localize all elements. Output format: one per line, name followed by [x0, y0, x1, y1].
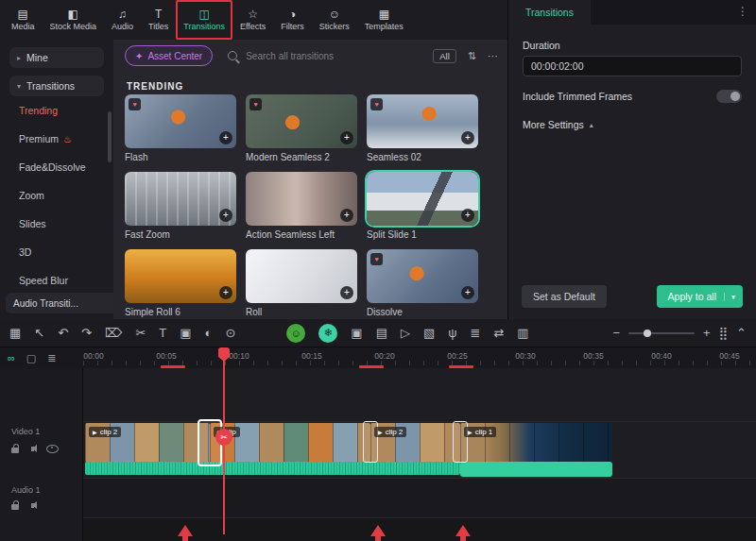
- audio-waveform[interactable]: [85, 462, 460, 475]
- transition-thumbnail-selected[interactable]: +: [367, 172, 478, 226]
- nav-item-stickers[interactable]: ☺ Stickers: [312, 0, 357, 40]
- transition-card-seamless-02[interactable]: ♥ + Seamless 02: [367, 94, 478, 162]
- sidebar-scrollbar[interactable]: [108, 111, 112, 162]
- layout-grid-icon[interactable]: ▦: [9, 319, 21, 347]
- add-transition-button[interactable]: +: [461, 286, 474, 299]
- redo-icon[interactable]: ↷: [81, 319, 92, 347]
- transition-card-fast-zoom[interactable]: + Fast Zoom: [125, 172, 236, 240]
- playhead-handle[interactable]: [218, 347, 230, 357]
- more-settings-button[interactable]: More Settings ▴: [523, 119, 593, 130]
- transition-thumbnail[interactable]: ♥ +: [367, 249, 478, 303]
- split-icon[interactable]: ✂: [135, 319, 146, 347]
- mask-icon[interactable]: ◐: [205, 319, 213, 347]
- transition-card-action-seamless-left[interactable]: + Action Seamless Left: [246, 172, 357, 240]
- visibility-icon[interactable]: [46, 445, 59, 453]
- select-cursor-icon[interactable]: ↖: [34, 319, 44, 347]
- sort-icon[interactable]: ⇅: [468, 50, 476, 62]
- mute-icon[interactable]: [31, 447, 34, 451]
- nav-item-titles[interactable]: T Titles: [141, 0, 176, 40]
- snapshot-icon[interactable]: ▣: [351, 319, 362, 347]
- add-transition-button[interactable]: +: [219, 209, 232, 222]
- nav-item-media[interactable]: ▤ Media: [4, 0, 43, 40]
- nav-item-transitions[interactable]: ◫ Transitions: [176, 0, 232, 40]
- box-select-icon[interactable]: ▢: [26, 352, 36, 364]
- add-transition-button[interactable]: +: [340, 209, 353, 222]
- nav-item-stock-media[interactable]: ◧ Stock Media: [43, 0, 105, 40]
- tab-transitions[interactable]: Transitions: [508, 0, 591, 25]
- panel-menu-icon[interactable]: ⋮: [737, 5, 748, 18]
- add-transition-button[interactable]: +: [340, 286, 353, 299]
- transition-thumbnail[interactable]: +: [125, 249, 236, 303]
- lock-icon[interactable]: [11, 504, 19, 510]
- picture-icon[interactable]: ▤: [376, 319, 387, 347]
- slider-knob[interactable]: [644, 330, 651, 337]
- add-transition-button[interactable]: +: [219, 131, 232, 144]
- nav-item-effects[interactable]: ☆ Effects: [232, 0, 273, 40]
- sidebar-item-premium[interactable]: Premium ♨: [0, 125, 113, 153]
- record-icon[interactable]: ⊙: [225, 319, 235, 347]
- link-icon[interactable]: ∞: [8, 352, 15, 363]
- sidebar-item-fade-dissolve[interactable]: Fade&Dissolve: [0, 153, 113, 181]
- collapse-timeline-icon[interactable]: ⌃: [736, 319, 747, 347]
- track-list-icon[interactable]: ≣: [47, 352, 56, 364]
- zoom-out-icon[interactable]: −: [612, 319, 620, 347]
- apply-to-all-button[interactable]: Apply to all ▾: [657, 285, 743, 308]
- include-trimmed-toggle[interactable]: [716, 90, 742, 103]
- asset-center-button[interactable]: ✦ Asset Center: [125, 45, 213, 66]
- transition-thumbnail[interactable]: +: [246, 172, 357, 226]
- sidebar-item-trending[interactable]: Trending: [0, 96, 113, 125]
- set-as-default-button[interactable]: Set as Default: [522, 285, 607, 308]
- add-transition-button[interactable]: +: [219, 286, 232, 299]
- transition-card-modern-seamless-2[interactable]: ♥ + Modern Seamless 2: [246, 94, 357, 162]
- transition-thumbnail[interactable]: ♥ +: [367, 94, 478, 148]
- nav-item-audio[interactable]: ♫ Audio: [104, 0, 141, 40]
- freeze-frame-button[interactable]: ❄: [318, 324, 337, 343]
- search-input[interactable]: [244, 50, 389, 62]
- sidebar-item-zoom[interactable]: Zoom: [0, 181, 113, 210]
- swap-icon[interactable]: ⇄: [493, 319, 504, 347]
- mixer-icon[interactable]: ≣: [471, 319, 481, 347]
- add-transition-button[interactable]: +: [461, 209, 474, 222]
- mic-icon[interactable]: ψ: [448, 319, 456, 347]
- transition-card-simple-roll-6[interactable]: + Simple Roll 6: [125, 249, 236, 317]
- shield-icon[interactable]: ▧: [423, 319, 435, 347]
- nav-item-filters[interactable]: ◑ Filters: [273, 0, 312, 40]
- track-options-icon[interactable]: ⣿: [719, 319, 729, 347]
- mute-icon[interactable]: [31, 503, 34, 508]
- nav-label-templates: Templates: [365, 22, 404, 31]
- transition-thumbnail[interactable]: ♥ +: [246, 94, 357, 148]
- speed-icon[interactable]: ▷: [401, 319, 410, 347]
- lock-icon[interactable]: [11, 448, 19, 453]
- text-tool-icon[interactable]: T: [159, 319, 166, 347]
- nav-item-templates[interactable]: ▦ Templates: [357, 0, 411, 40]
- transition-thumbnail[interactable]: +: [125, 172, 236, 226]
- delete-icon[interactable]: ⌦: [105, 319, 122, 347]
- sidebar-item-audio-transitions[interactable]: Audio Transiti...: [6, 293, 121, 313]
- filter-all-button[interactable]: All: [433, 49, 456, 63]
- transition-thumbnail[interactable]: ♥ +: [125, 94, 236, 148]
- playhead-split-badge[interactable]: ✂: [215, 429, 232, 446]
- sidebar-section-mine[interactable]: ▸ Mine: [9, 47, 104, 68]
- zoom-in-icon[interactable]: +: [703, 319, 711, 347]
- audio-track-lane[interactable]: [83, 478, 756, 517]
- crop-icon[interactable]: ▣: [180, 319, 191, 347]
- timeline-ruler[interactable]: ∞ ▢ ≣ 00:00 00:05 00:10 00:15 00:20 00:2…: [0, 347, 756, 369]
- emoji-tool-button[interactable]: ☺: [286, 324, 305, 343]
- sidebar-section-transitions[interactable]: ▾ Transitions: [9, 76, 104, 96]
- add-transition-button[interactable]: +: [461, 131, 474, 144]
- add-transition-button[interactable]: +: [340, 131, 353, 144]
- more-options-icon[interactable]: ⋯: [488, 50, 498, 62]
- audio-waveform-solid[interactable]: [460, 462, 612, 477]
- transition-card-split-slide-1[interactable]: + Split Slide 1: [367, 172, 478, 240]
- sidebar-item-slides[interactable]: Slides: [0, 210, 113, 238]
- camera-icon[interactable]: ▥: [517, 319, 528, 347]
- transition-thumbnail[interactable]: +: [246, 249, 357, 303]
- transition-card-roll[interactable]: + Roll: [246, 249, 357, 317]
- undo-icon[interactable]: ↶: [58, 319, 68, 347]
- transition-card-dissolve[interactable]: ♥ + Dissolve: [367, 249, 478, 317]
- sidebar-item-3d[interactable]: 3D: [0, 238, 113, 266]
- timeline-zoom-slider[interactable]: [628, 332, 695, 334]
- transition-card-flash[interactable]: ♥ + Flash: [125, 94, 236, 162]
- sidebar-item-speed-blur[interactable]: Speed Blur: [0, 266, 113, 295]
- duration-input[interactable]: [523, 56, 742, 76]
